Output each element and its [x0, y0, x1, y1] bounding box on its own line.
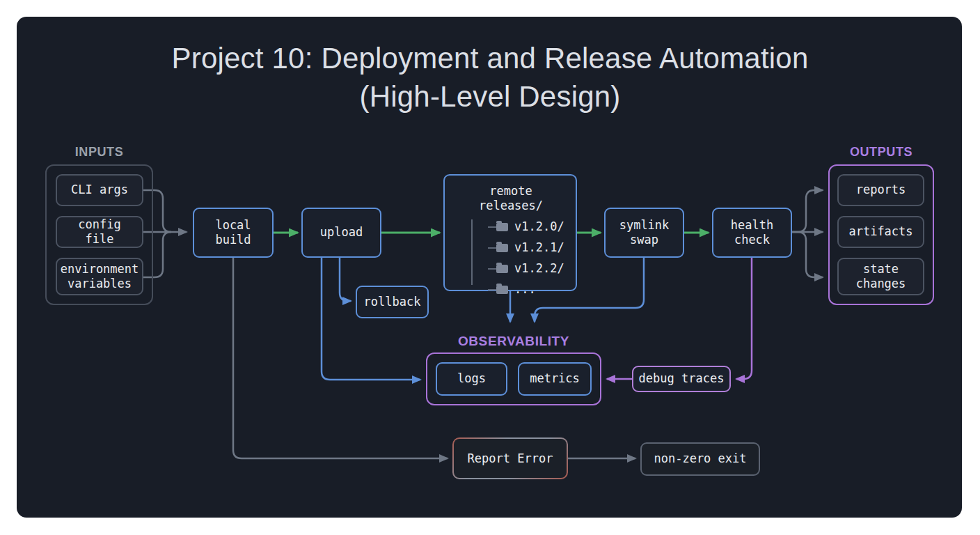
release-folder-label: v1.2.1/: [514, 240, 564, 255]
health-check-node: health check: [712, 208, 792, 258]
outputs-section-label: OUTPUTS: [828, 145, 934, 160]
folder-icon: [496, 223, 508, 231]
input-cli-args: CLI args: [56, 174, 143, 206]
tree-row: v1.2.0/: [488, 217, 564, 238]
folder-icon: [496, 244, 508, 252]
metrics-node: metrics: [518, 362, 592, 396]
observability-section-label: OBSERVABILITY: [426, 334, 601, 349]
input-environment-variables: environment variables: [56, 258, 143, 295]
output-artifacts: artifacts: [837, 216, 924, 248]
tree-line: [471, 219, 473, 285]
remote-releases-title: remote releases/: [455, 184, 567, 214]
symlink-swap-node: symlink swap: [604, 208, 684, 258]
output-state-changes: state changes: [837, 258, 924, 295]
release-folder-label: v1.2.0/: [514, 219, 564, 234]
folder-icon: [496, 286, 508, 294]
release-folder-label: ...: [514, 282, 536, 297]
release-folder-label: v1.2.2/: [514, 261, 564, 276]
tree-row: v1.2.1/: [488, 238, 564, 258]
report-error-node: Report Error: [452, 437, 568, 479]
tree-row: ...: [488, 279, 564, 300]
upload-node: upload: [301, 208, 381, 258]
remote-releases-node: remote releases/ v1.2.0/ v1.2.1/ v1.2.2/…: [443, 174, 577, 291]
debug-traces-node: debug traces: [632, 366, 731, 392]
input-config-file: config file: [56, 216, 143, 248]
release-folder-tree: v1.2.0/ v1.2.1/ v1.2.2/ ...: [455, 217, 564, 300]
rollback-node: rollback: [356, 286, 429, 318]
logs-node: logs: [436, 362, 507, 396]
tree-row: v1.2.2/: [488, 258, 564, 279]
output-reports: reports: [837, 174, 924, 206]
folder-icon: [496, 265, 508, 273]
local-build-node: local build: [193, 208, 274, 258]
inputs-section-label: INPUTS: [45, 145, 153, 160]
report-error-label: Report Error: [454, 439, 567, 478]
non-zero-exit-node: non-zero exit: [640, 442, 760, 476]
